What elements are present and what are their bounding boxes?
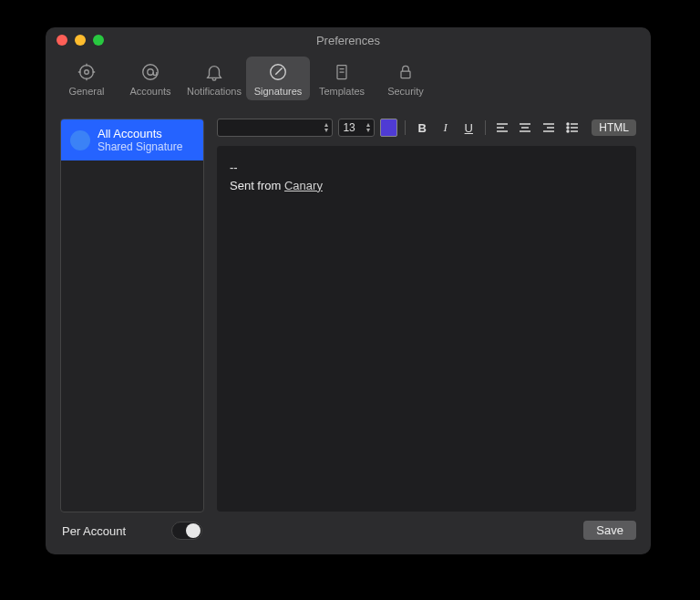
tab-accounts[interactable]: Accounts	[118, 57, 182, 100]
sidebar-item-text: All Accounts Shared Signature	[98, 127, 182, 153]
list-button[interactable]	[563, 119, 582, 137]
align-center-button[interactable]	[517, 119, 535, 137]
signature-text: Sent from	[230, 179, 284, 192]
lock-icon	[396, 62, 415, 82]
tab-label: General	[68, 86, 104, 97]
signature-icon	[268, 62, 288, 82]
minimize-icon[interactable]	[75, 35, 86, 46]
sidebar-column: All Accounts Shared Signature Per Accoun…	[60, 119, 204, 540]
stepper-arrows-icon: ▴▾	[366, 122, 370, 133]
signature-editor[interactable]: -- Sent from Canary	[217, 146, 636, 512]
content-area: All Accounts Shared Signature Per Accoun…	[46, 108, 651, 554]
tab-signatures[interactable]: Signatures	[246, 57, 310, 100]
svg-point-0	[80, 66, 94, 79]
bell-icon	[204, 62, 224, 82]
titlebar: Preferences	[46, 27, 651, 53]
tab-label: Notifications	[187, 86, 242, 97]
sidebar-item-all-accounts[interactable]: All Accounts Shared Signature	[61, 119, 203, 160]
font-size-value: 13	[343, 121, 355, 134]
svg-point-6	[143, 65, 159, 80]
align-left-button[interactable]	[493, 119, 511, 137]
editor-toolbar: ▴▾ 13 ▴▾ B I U	[217, 119, 636, 137]
tab-label: Accounts	[129, 86, 170, 97]
at-icon	[140, 62, 160, 82]
per-account-label: Per Account	[62, 524, 126, 538]
signature-prefix: --	[230, 159, 623, 177]
preferences-toolbar: General Accounts Notifications Signature…	[46, 53, 651, 108]
sidebar-item-subtitle: Shared Signature	[98, 140, 182, 153]
svg-point-27	[567, 130, 569, 132]
tab-notifications[interactable]: Notifications	[182, 57, 246, 100]
editor-column: ▴▾ 13 ▴▾ B I U	[217, 119, 636, 540]
text-color-swatch[interactable]	[380, 119, 398, 137]
font-family-select[interactable]: ▴▾	[217, 119, 333, 137]
signature-line: Sent from Canary	[230, 177, 623, 195]
svg-rect-13	[401, 71, 410, 78]
per-account-row: Per Account	[60, 512, 204, 540]
zoom-icon[interactable]	[93, 35, 104, 46]
svg-point-25	[567, 127, 569, 129]
account-color-dot	[70, 130, 90, 150]
tab-label: Signatures	[254, 86, 303, 97]
bold-button[interactable]: B	[413, 119, 431, 137]
html-mode-button[interactable]: HTML	[592, 119, 636, 136]
save-button[interactable]: Save	[583, 521, 636, 540]
italic-button[interactable]: I	[437, 119, 455, 137]
editor-footer: Save	[217, 521, 636, 540]
toggle-knob	[186, 523, 201, 538]
window-title: Preferences	[46, 34, 651, 47]
window-controls	[57, 35, 104, 46]
accounts-list[interactable]: All Accounts Shared Signature	[60, 119, 204, 512]
svg-point-1	[85, 70, 89, 75]
separator	[405, 120, 406, 135]
svg-point-7	[148, 69, 153, 75]
underline-button[interactable]: U	[460, 119, 479, 137]
select-arrows-icon: ▴▾	[324, 122, 328, 133]
svg-line-9	[275, 67, 282, 74]
close-icon[interactable]	[57, 35, 67, 46]
per-account-toggle[interactable]	[171, 522, 202, 540]
tab-general[interactable]: General	[55, 57, 118, 100]
tab-label: Security	[387, 86, 424, 97]
document-icon	[333, 62, 351, 82]
tab-templates[interactable]: Templates	[310, 57, 374, 100]
font-size-stepper[interactable]: 13 ▴▾	[338, 119, 374, 137]
preferences-window: Preferences General Accounts Notificatio…	[46, 27, 651, 554]
separator	[485, 120, 486, 135]
signature-link[interactable]: Canary	[284, 179, 323, 192]
svg-point-23	[567, 123, 569, 125]
tab-security[interactable]: Security	[374, 57, 438, 100]
tab-label: Templates	[319, 86, 365, 97]
sidebar-item-title: All Accounts	[98, 127, 182, 140]
align-right-button[interactable]	[540, 119, 558, 137]
gear-icon	[77, 62, 97, 82]
